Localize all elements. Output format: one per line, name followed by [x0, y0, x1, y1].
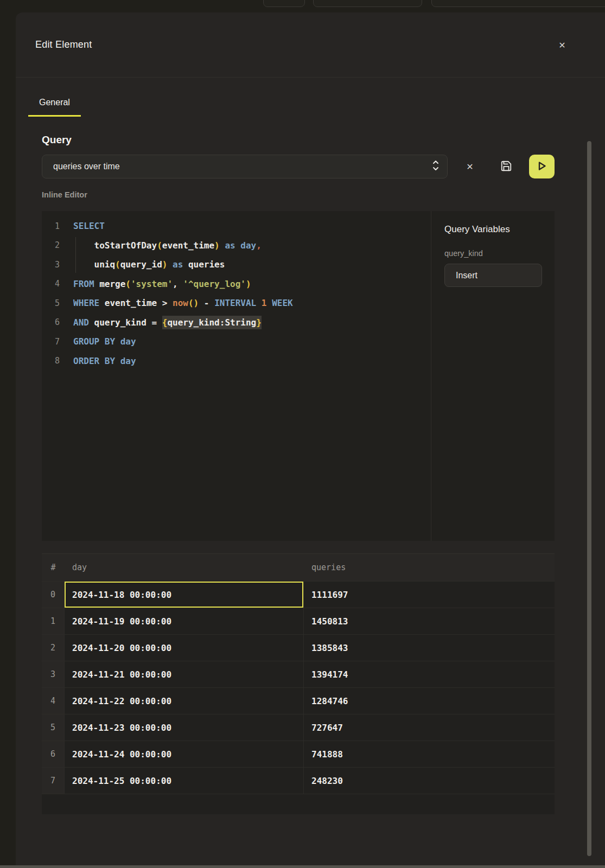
row-index: 7	[42, 768, 65, 794]
table-row: 52024-11-23 00:00:00727647	[42, 714, 555, 741]
insert-variable-button[interactable]: Insert	[444, 264, 542, 287]
code-text: toStartOfDay(event_time) as day,	[60, 240, 262, 251]
sql-editor: 1SELECT2 toStartOfDay(event_time) as day…	[42, 211, 555, 541]
code-text: FROM merge('system', '^query_log')	[60, 279, 251, 289]
code-text: SELECT	[60, 221, 105, 231]
background-button-partial-2	[313, 0, 422, 7]
code-line[interactable]: 5WHERE event_time > now() - INTERVAL 1 W…	[42, 293, 431, 313]
cell-day[interactable]: 2024-11-21 00:00:00	[65, 661, 304, 687]
inline-editor-label: Inline Editor	[42, 190, 555, 199]
results-table: # day queries 02024-11-18 00:00:00111169…	[42, 553, 555, 814]
background-button-partial-3	[431, 0, 605, 7]
row-index: 5	[42, 714, 65, 741]
query-select-value: queries over time	[53, 162, 432, 171]
modal-content: Query queries over time ✕	[42, 120, 555, 814]
line-number: 5	[42, 298, 60, 308]
close-icon: ✕	[558, 40, 565, 50]
query-variables-title: Query Variables	[444, 224, 542, 235]
table-row: 62024-11-24 00:00:00741888	[42, 741, 555, 767]
modal-header: Edit Element	[16, 12, 605, 78]
cell-day[interactable]: 2024-11-19 00:00:00	[65, 608, 304, 634]
code-lines: 1SELECT2 toStartOfDay(event_time) as day…	[42, 216, 431, 371]
code-text: uniq(query_id) as queries	[60, 259, 225, 270]
line-number: 6	[42, 317, 60, 327]
row-index: 2	[42, 635, 65, 661]
header-index: #	[42, 563, 65, 572]
play-icon	[537, 161, 547, 173]
code-editor[interactable]: 1SELECT2 toStartOfDay(event_time) as day…	[42, 211, 431, 541]
cell-queries[interactable]: 1394174	[304, 661, 555, 687]
cell-day[interactable]: 2024-11-22 00:00:00	[65, 688, 304, 714]
indent-guide	[75, 237, 76, 273]
code-text: GROUP BY day	[60, 336, 136, 347]
cell-day[interactable]: 2024-11-25 00:00:00	[65, 768, 304, 794]
close-button[interactable]: ✕	[555, 37, 570, 53]
code-line[interactable]: 6AND query_kind = {query_kind:String}	[42, 313, 431, 333]
cell-day[interactable]: 2024-11-24 00:00:00	[65, 741, 304, 767]
query-select[interactable]: queries over time	[42, 155, 448, 178]
cell-day[interactable]: 2024-11-23 00:00:00	[65, 714, 304, 741]
variable-name-label: query_kind	[444, 249, 542, 258]
table-footer	[42, 794, 555, 814]
header-day: day	[65, 563, 304, 572]
query-section-heading: Query	[42, 134, 555, 146]
code-text: WHERE event_time > now() - INTERVAL 1 WE…	[60, 298, 293, 308]
cell-queries[interactable]: 1450813	[304, 608, 555, 634]
cell-day-selected[interactable]: 2024-11-18 00:00:00	[65, 582, 304, 608]
line-number: 8	[42, 356, 60, 366]
line-number: 2	[42, 240, 60, 250]
cell-queries[interactable]: 1111697	[304, 582, 555, 608]
code-line[interactable]: 1SELECT	[42, 216, 431, 236]
code-line[interactable]: 2 toStartOfDay(event_time) as day,	[42, 236, 431, 256]
cell-day[interactable]: 2024-11-20 00:00:00	[65, 635, 304, 661]
modal-vertical-scrollbar[interactable]	[587, 141, 591, 856]
row-index: 3	[42, 661, 65, 687]
cell-queries[interactable]: 1385843	[304, 635, 555, 661]
cell-queries[interactable]: 248230	[304, 768, 555, 794]
table-row: 02024-11-18 00:00:001111697	[42, 581, 555, 608]
table-row: 12024-11-19 00:00:001450813	[42, 608, 555, 634]
line-number: 4	[42, 279, 60, 289]
code-line[interactable]: 7GROUP BY day	[42, 332, 431, 352]
table-row: 32024-11-21 00:00:001394174	[42, 661, 555, 687]
query-controls-row: queries over time ✕	[42, 155, 555, 178]
code-text: ORDER BY day	[60, 356, 136, 366]
row-index: 0	[42, 582, 65, 608]
code-line[interactable]: 8ORDER BY day	[42, 352, 431, 371]
code-text: AND query_kind = {query_kind:String}	[60, 317, 262, 328]
background-button-partial-1	[263, 0, 305, 7]
tab-bar: General	[28, 78, 81, 117]
run-query-button[interactable]	[529, 155, 555, 178]
row-index: 1	[42, 608, 65, 634]
line-number: 3	[42, 260, 60, 270]
tab-general[interactable]: General	[28, 78, 81, 117]
table-row: 72024-11-25 00:00:00248230	[42, 767, 555, 794]
table-row: 42024-11-22 00:00:001284746	[42, 687, 555, 714]
modal-title: Edit Element	[35, 39, 92, 50]
header-queries: queries	[304, 563, 555, 572]
code-line[interactable]: 3 uniq(query_id) as queries	[42, 255, 431, 275]
clear-icon: ✕	[466, 162, 473, 172]
cell-queries[interactable]: 1284746	[304, 688, 555, 714]
table-body: 02024-11-18 00:00:00111169712024-11-19 0…	[42, 581, 555, 794]
results-table-header: # day queries	[42, 554, 555, 581]
clear-query-button[interactable]: ✕	[460, 155, 480, 178]
line-number: 7	[42, 337, 60, 347]
row-index: 4	[42, 688, 65, 714]
cell-queries[interactable]: 727647	[304, 714, 555, 741]
table-row: 22024-11-20 00:00:001385843	[42, 634, 555, 661]
chevron-up-down-icon	[432, 159, 440, 174]
edit-element-modal: Edit Element ✕ General Query queries ove…	[16, 12, 605, 865]
query-variables-panel: Query Variables query_kind Insert	[431, 211, 555, 541]
save-icon	[500, 160, 512, 174]
cell-queries[interactable]: 741888	[304, 741, 555, 767]
line-number: 1	[42, 221, 60, 231]
code-line[interactable]: 4FROM merge('system', '^query_log')	[42, 275, 431, 294]
save-query-button[interactable]	[496, 155, 516, 178]
page-horizontal-scrollbar[interactable]	[0, 865, 605, 868]
row-index: 6	[42, 741, 65, 767]
